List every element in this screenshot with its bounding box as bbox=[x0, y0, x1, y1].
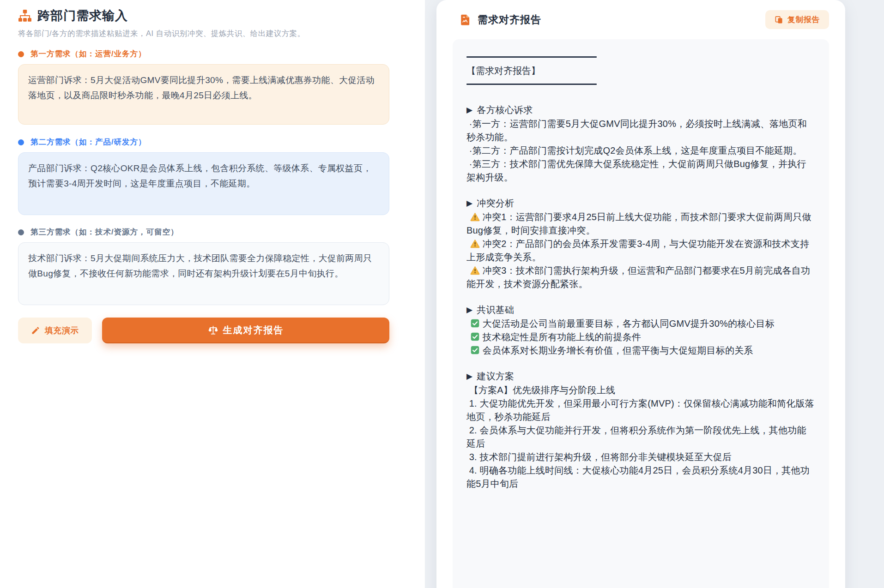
report-line: ·第一方：运营部门需要5月大促GMV同比提升30%，必须按时上线满减、落地页和秒… bbox=[466, 117, 815, 144]
report-section-heading: ▶冲突分析 bbox=[466, 197, 815, 210]
report-section-heading: ▶各方核心诉求 bbox=[466, 103, 815, 117]
report-line: 冲突2：产品部门的会员体系开发需要3-4周，与大促功能开发在资源和技术支持上形成… bbox=[466, 237, 815, 264]
report-section-heading: ▶共识基础 bbox=[466, 303, 815, 317]
report-card: 需求对齐报告 复制报告 【需求对齐报告】▶各方核心诉求 ·第一方：运营部门需要5… bbox=[436, 0, 845, 588]
warning-icon bbox=[470, 265, 480, 275]
report-divider bbox=[466, 56, 597, 58]
report-line: 【方案A】优先级排序与分阶段上线 bbox=[466, 384, 815, 397]
report-line: 技术稳定性是所有功能上线的前提条件 bbox=[466, 330, 815, 344]
report-line: 2. 会员体系与大促功能并行开发，但将积分系统作为第一阶段优先上线，其他功能延后 bbox=[466, 424, 815, 450]
requirements-input-panel: 跨部门需求输入 将各部门/各方的需求描述粘贴进来，AI 自动识别冲突、提炼共识、… bbox=[0, 0, 425, 588]
report-blank-line bbox=[466, 91, 815, 103]
report-blank-line bbox=[466, 291, 815, 303]
copy-icon bbox=[775, 15, 783, 24]
copy-report-button[interactable]: 复制报告 bbox=[765, 10, 829, 29]
fill-demo-button[interactable]: 填充演示 bbox=[18, 318, 92, 343]
report-line: 1. 大促功能优先开发，但采用最小可行方案(MVP)：仅保留核心满减功能和简化版… bbox=[466, 397, 815, 424]
report-line: 冲突1：运营部门要求4月25日前上线大促功能，而技术部门要求大促前两周只做Bug… bbox=[466, 210, 815, 237]
left-panel-header: 跨部门需求输入 bbox=[18, 7, 389, 24]
report-line: 冲突3：技术部门需执行架构升级，但运营和产品部门都要求在5月前完成各自功能开发，… bbox=[466, 264, 815, 291]
section-arrow-icon: ▶ bbox=[466, 103, 472, 117]
report-blank-line bbox=[466, 184, 815, 197]
report-section-heading: ▶建议方案 bbox=[466, 370, 815, 384]
warning-icon bbox=[470, 212, 480, 222]
party3-textarea[interactable]: 技术部门诉求：5月大促期间系统压力大，技术团队需要全力保障稳定性，大促前两周只做… bbox=[18, 242, 389, 305]
report-line: 4. 明确各功能上线时间线：大促核心功能4月25日，会员积分系统4月30日，其他… bbox=[466, 464, 815, 491]
section-arrow-icon: ▶ bbox=[466, 303, 472, 317]
page-subtitle: 将各部门/各方的需求描述粘贴进来，AI 自动识别冲突、提炼共识、给出建议方案。 bbox=[18, 29, 389, 39]
report-line: ·第三方：技术部门需优先保障大促系统稳定性，大促前两周只做Bug修复，并执行架构… bbox=[466, 157, 815, 184]
report-line: 会员体系对长期业务增长有价值，但需平衡与大促短期目标的关系 bbox=[466, 344, 815, 357]
section-arrow-icon: ▶ bbox=[466, 197, 472, 210]
report-line: ·第二方：产品部门需按计划完成Q2会员体系上线，这是年度重点项目不能延期。 bbox=[466, 144, 815, 157]
party3-label: 第三方需求（如：技术/资源方，可留空） bbox=[18, 227, 389, 237]
app-root: 跨部门需求输入 将各部门/各方的需求描述粘贴进来，AI 自动识别冲突、提炼共识、… bbox=[0, 0, 884, 588]
action-button-row: 填充演示 生成对齐报告 bbox=[18, 318, 389, 343]
generate-report-button[interactable]: 生成对齐报告 bbox=[102, 318, 389, 343]
warning-icon bbox=[470, 239, 480, 248]
party1-label-text: 第一方需求（如：运营/业务方） bbox=[30, 49, 146, 59]
generate-report-label: 生成对齐报告 bbox=[223, 324, 284, 336]
scales-icon bbox=[208, 325, 218, 336]
sitemap-icon bbox=[18, 9, 32, 23]
check-icon bbox=[470, 318, 480, 328]
report-blank-line bbox=[466, 357, 815, 370]
party2-textarea[interactable]: 产品部门诉求：Q2核心OKR是会员体系上线，包含积分系统、等级体系、专属权益页，… bbox=[18, 152, 389, 215]
report-heading: 【需求对齐报告】 bbox=[466, 64, 815, 78]
report-line: 大促活动是公司当前最重要目标，各方都认同GMV提升30%的核心目标 bbox=[466, 317, 815, 330]
party3-dot-icon bbox=[18, 229, 24, 235]
party1-dot-icon bbox=[18, 51, 24, 57]
check-icon bbox=[470, 332, 480, 342]
report-file-icon bbox=[460, 14, 472, 26]
check-icon bbox=[470, 345, 480, 355]
party2-label-text: 第二方需求（如：产品/研发方） bbox=[30, 137, 146, 147]
party1-textarea[interactable]: 运营部门诉求：5月大促活动GMV要同比提升30%，需要上线满减优惠券功能、大促活… bbox=[18, 64, 389, 125]
fill-demo-label: 填充演示 bbox=[45, 325, 79, 336]
report-divider bbox=[466, 84, 597, 85]
report-title: 需求对齐报告 bbox=[478, 13, 541, 27]
report-area: 需求对齐报告 复制报告 【需求对齐报告】▶各方核心诉求 ·第一方：运营部门需要5… bbox=[425, 0, 884, 588]
report-content: 【需求对齐报告】▶各方核心诉求 ·第一方：运营部门需要5月大促GMV同比提升30… bbox=[453, 39, 829, 588]
report-line: 3. 技术部门提前进行架构升级，但将部分非关键模块延至大促后 bbox=[466, 450, 815, 464]
page-title: 跨部门需求输入 bbox=[37, 7, 128, 24]
party3-label-text: 第三方需求（如：技术/资源方，可留空） bbox=[30, 227, 179, 237]
pencil-icon bbox=[31, 326, 40, 335]
section-arrow-icon: ▶ bbox=[466, 370, 472, 383]
copy-report-label: 复制报告 bbox=[787, 15, 820, 25]
party2-dot-icon bbox=[18, 139, 24, 145]
party1-label: 第一方需求（如：运营/业务方） bbox=[18, 49, 389, 59]
report-header: 需求对齐报告 复制报告 bbox=[453, 10, 829, 29]
party2-label: 第二方需求（如：产品/研发方） bbox=[18, 137, 389, 147]
